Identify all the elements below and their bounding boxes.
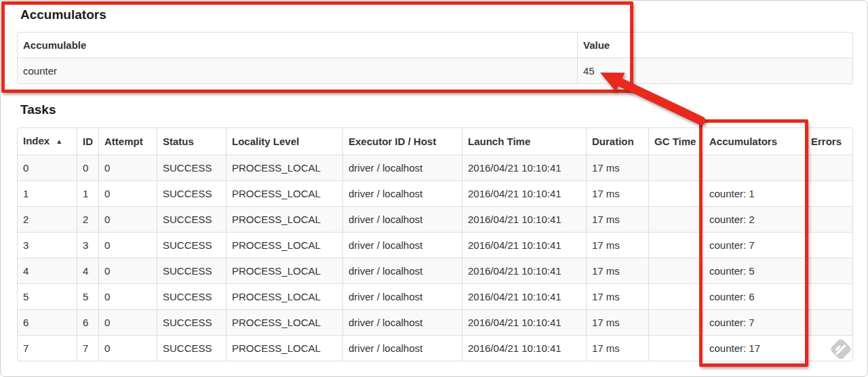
cell-index: 1: [18, 180, 77, 206]
cell-status: SUCCESS: [157, 155, 226, 180]
cell-index: 2: [18, 206, 77, 232]
cell-attempt: 0: [98, 283, 157, 309]
cell-executor-id-host: driver / localhost: [342, 180, 462, 206]
cell-status: SUCCESS: [157, 309, 226, 335]
tasks-heading: Tasks: [20, 102, 852, 117]
table-row: 440SUCCESSPROCESS_LOCALdriver / localhos…: [18, 258, 852, 283]
table-row: 110SUCCESSPROCESS_LOCALdriver / localhos…: [18, 180, 852, 206]
cell-launch-time: 2016/04/21 10:10:41: [462, 232, 586, 258]
cell-gc-time: [648, 335, 703, 361]
table-row: 770SUCCESSPROCESS_LOCALdriver / localhos…: [18, 335, 852, 361]
cell-accumulators: counter: 1: [703, 180, 805, 206]
cell-id: 7: [77, 335, 98, 361]
cell-launch-time: 2016/04/21 10:10:41: [462, 155, 586, 180]
cell-duration: 17 ms: [586, 258, 648, 283]
cell-id: 3: [77, 232, 98, 258]
accumulators-section: Accumulators AccumulableValue counter45: [17, 7, 852, 84]
cell-attempt: 0: [98, 258, 157, 283]
cell-status: SUCCESS: [157, 206, 226, 232]
cell-duration: 17 ms: [586, 155, 648, 180]
table-row: 000SUCCESSPROCESS_LOCALdriver / localhos…: [18, 155, 852, 180]
column-header-id[interactable]: ID: [77, 128, 98, 155]
sort-ascending-icon: ▲: [56, 138, 62, 145]
cell-id: 1: [77, 180, 98, 206]
cell-duration: 17 ms: [586, 335, 648, 361]
cell-gc-time: [648, 232, 703, 258]
cell-locality-level: PROCESS_LOCAL: [226, 283, 342, 309]
cell-executor-id-host: driver / localhost: [342, 283, 462, 309]
table-row: 660SUCCESSPROCESS_LOCALdriver / localhos…: [18, 309, 852, 335]
cell-attempt: 0: [98, 180, 157, 206]
cell-accumulators: counter: 2: [703, 206, 805, 232]
cell-attempt: 0: [98, 232, 157, 258]
table-row: 330SUCCESSPROCESS_LOCALdriver / localhos…: [18, 232, 852, 258]
accumulators-header-row: AccumulableValue: [18, 33, 852, 58]
cell-status: SUCCESS: [157, 232, 226, 258]
column-header-errors[interactable]: Errors: [805, 128, 852, 155]
cell-value: 45: [577, 58, 852, 83]
cell-errors: [805, 155, 852, 180]
cell-locality-level: PROCESS_LOCAL: [226, 232, 342, 258]
cell-errors: [805, 180, 852, 206]
column-header-locality-level[interactable]: Locality Level: [226, 128, 342, 155]
column-header-attempt[interactable]: Attempt: [98, 128, 157, 155]
cell-executor-id-host: driver / localhost: [342, 232, 462, 258]
column-header-launch-time[interactable]: Launch Time: [462, 128, 586, 155]
cell-accumulators: counter: 7: [703, 232, 805, 258]
accumulators-table: AccumulableValue counter45: [17, 32, 853, 84]
cell-executor-id-host: driver / localhost: [342, 155, 462, 180]
column-header-duration[interactable]: Duration: [586, 128, 648, 155]
cell-index: 7: [18, 335, 77, 361]
column-header-index[interactable]: Index▲: [18, 128, 77, 155]
cell-locality-level: PROCESS_LOCAL: [226, 335, 342, 361]
cell-launch-time: 2016/04/21 10:10:41: [462, 283, 586, 309]
cell-attempt: 0: [98, 206, 157, 232]
cell-id: 2: [77, 206, 98, 232]
cell-errors: [805, 309, 852, 335]
cell-duration: 17 ms: [586, 283, 648, 309]
table-row: counter45: [18, 58, 852, 83]
cell-index: 4: [18, 258, 77, 283]
cell-id: 5: [77, 283, 98, 309]
cell-executor-id-host: driver / localhost: [342, 206, 462, 232]
cell-status: SUCCESS: [157, 335, 226, 361]
cell-accumulators: counter: 5: [703, 258, 805, 283]
cell-launch-time: 2016/04/21 10:10:41: [462, 335, 586, 361]
cell-attempt: 0: [98, 155, 157, 180]
cell-status: SUCCESS: [157, 180, 226, 206]
tasks-header-row: Index▲IDAttemptStatusLocality LevelExecu…: [18, 128, 852, 155]
cell-locality-level: PROCESS_LOCAL: [226, 258, 342, 283]
table-row: 220SUCCESSPROCESS_LOCALdriver / localhos…: [18, 206, 852, 232]
cell-id: 6: [77, 309, 98, 335]
column-header-status[interactable]: Status: [157, 128, 226, 155]
cell-accumulable: counter: [18, 58, 577, 83]
accumulators-heading: Accumulators: [20, 7, 852, 22]
cell-launch-time: 2016/04/21 10:10:41: [462, 180, 586, 206]
cell-locality-level: PROCESS_LOCAL: [226, 155, 342, 180]
cell-errors: [805, 335, 852, 361]
cell-duration: 17 ms: [586, 309, 648, 335]
cell-gc-time: [648, 206, 703, 232]
cell-errors: [805, 206, 852, 232]
column-header-value: Value: [577, 33, 852, 58]
column-header-accumulators[interactable]: Accumulators: [703, 128, 805, 155]
tasks-table: Index▲IDAttemptStatusLocality LevelExecu…: [17, 127, 853, 361]
column-header-accumulable: Accumulable: [18, 33, 577, 58]
cell-accumulators: counter: 17: [703, 335, 805, 361]
cell-gc-time: [648, 258, 703, 283]
cell-executor-id-host: driver / localhost: [342, 335, 462, 361]
cell-errors: [805, 232, 852, 258]
cell-index: 0: [18, 155, 77, 180]
cell-executor-id-host: driver / localhost: [342, 258, 462, 283]
cell-gc-time: [648, 180, 703, 206]
column-header-executor-id-host[interactable]: Executor ID / Host: [342, 128, 462, 155]
cell-accumulators: counter: 7: [703, 309, 805, 335]
column-header-gc-time[interactable]: GC Time: [648, 128, 703, 155]
cell-launch-time: 2016/04/21 10:10:41: [462, 309, 586, 335]
table-row: 550SUCCESSPROCESS_LOCALdriver / localhos…: [18, 283, 852, 309]
cell-gc-time: [648, 283, 703, 309]
cell-id: 0: [77, 155, 98, 180]
cell-launch-time: 2016/04/21 10:10:41: [462, 258, 586, 283]
tasks-section: Tasks Index▲IDAttemptStatusLocality Leve…: [17, 102, 852, 361]
cell-duration: 17 ms: [586, 232, 648, 258]
